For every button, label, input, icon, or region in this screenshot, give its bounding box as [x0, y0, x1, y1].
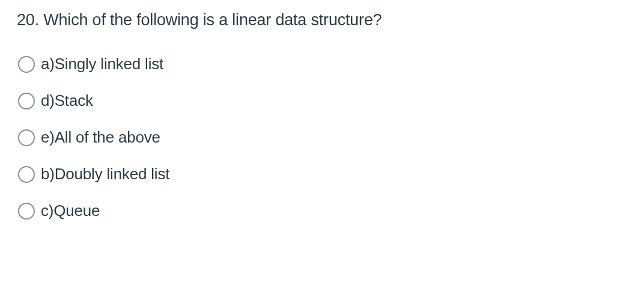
option-row[interactable]: b)Doubly linked list	[18, 165, 627, 183]
option-label: a)Singly linked list	[41, 55, 163, 73]
question-text: Which of the following is a linear data …	[43, 11, 381, 29]
radio-button-icon[interactable]	[18, 166, 35, 183]
option-row[interactable]: c)Queue	[18, 202, 627, 220]
question-header: 20. Which of the following is a linear d…	[17, 11, 627, 29]
option-label: e)All of the above	[41, 128, 160, 147]
option-row[interactable]: d)Stack	[18, 91, 627, 110]
option-label: c)Queue	[41, 202, 100, 220]
option-row[interactable]: e)All of the above	[18, 128, 627, 147]
radio-button-icon[interactable]	[18, 203, 35, 220]
option-label: b)Doubly linked list	[41, 165, 169, 183]
radio-button-icon[interactable]	[18, 93, 35, 109]
option-row[interactable]: a)Singly linked list	[18, 55, 627, 73]
radio-button-icon[interactable]	[18, 129, 35, 146]
radio-button-icon[interactable]	[18, 56, 35, 73]
options-container: a)Singly linked list d)Stack e)All of th…	[17, 55, 627, 220]
option-label: d)Stack	[41, 91, 93, 110]
question-number: 20.	[17, 11, 39, 29]
